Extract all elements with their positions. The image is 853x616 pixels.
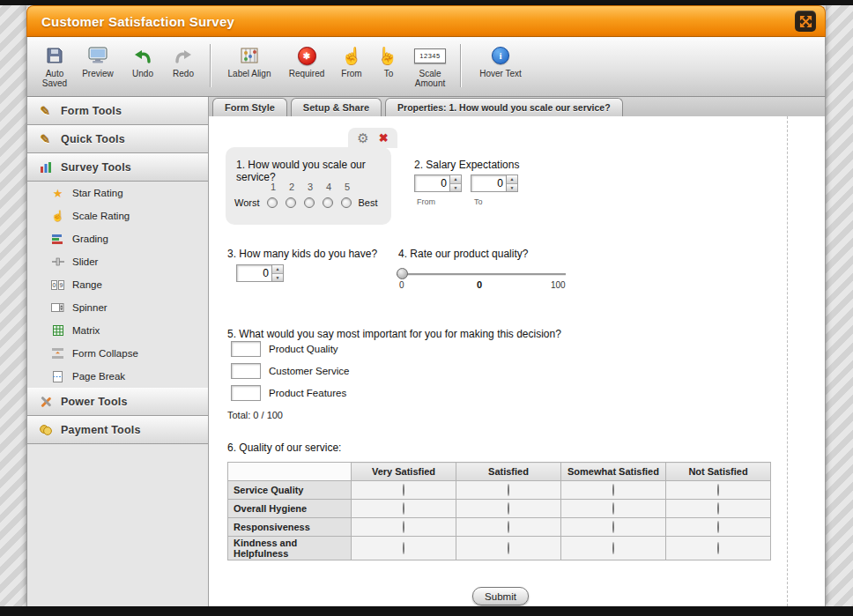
scale-radio-4[interactable] (323, 197, 333, 208)
spin-down-button[interactable]: ▼ (507, 184, 517, 192)
sidebar-item-page-break[interactable]: Page Break (27, 365, 208, 388)
undo-arrow-icon (133, 43, 152, 68)
item-label: Page Break (72, 371, 125, 382)
scale-radio-5[interactable] (341, 197, 352, 208)
matrix-cell (666, 518, 771, 537)
submit-button[interactable]: Submit (472, 587, 529, 605)
sidebar-item-form-collapse[interactable]: Form Collapse (27, 342, 208, 365)
matrix-radio[interactable] (403, 484, 404, 496)
scale-amount-button[interactable]: 12345 Scale Amount (409, 37, 451, 96)
question-1-scale-rating[interactable]: 1. How would you scale our service? 1234… (226, 147, 391, 225)
scale-numbers: 12345 (270, 182, 351, 192)
matrix-cell (456, 500, 561, 518)
spin-down-button[interactable]: ▼ (450, 184, 461, 192)
sidebar-item-matrix[interactable]: Matrix (27, 319, 208, 342)
tab-form-style[interactable]: Form Style (212, 98, 287, 116)
sidebar-section-power-tools[interactable]: Power Tools (27, 388, 208, 416)
crossed-tools-icon (38, 396, 53, 408)
sidebar-item-scale-rating[interactable]: ☝ Scale Rating (27, 204, 208, 227)
required-label: Required (289, 69, 325, 78)
matrix-radio[interactable] (612, 521, 614, 533)
sidebar-item-slider[interactable]: Slider (27, 250, 208, 273)
slider-value-label: 0 (477, 279, 482, 290)
matrix-column-header: Not Satisfied (666, 463, 771, 481)
sidebar-item-spinner[interactable]: Spinner (27, 296, 208, 319)
matrix-radio[interactable] (717, 484, 719, 496)
label-align-button[interactable]: Label Align (220, 37, 278, 96)
salary-to-input[interactable] (471, 174, 506, 192)
salary-from-input[interactable] (414, 174, 449, 192)
scale-radio-1[interactable] (267, 197, 278, 208)
item-label: Star Rating (72, 188, 123, 198)
sidebar-item-range[interactable]: 09 Range (27, 273, 208, 296)
matrix-radio[interactable] (612, 542, 614, 554)
to-caption: To (474, 197, 483, 206)
red-x-icon[interactable]: ✖ (379, 132, 389, 144)
sidebar-item-star-rating[interactable]: ★ Star Rating (27, 182, 208, 204)
required-button[interactable]: ✱ Required (284, 37, 330, 96)
matrix-radio[interactable] (508, 521, 509, 533)
total-label: Total: 0 / 100 (227, 410, 283, 420)
label-align-label: Label Align (228, 69, 271, 78)
auto-saved-button[interactable]: Auto Saved (39, 37, 70, 96)
matrix-row-header: Service Quality (228, 481, 352, 500)
sidebar-section-form-tools[interactable]: ✎ Form Tools (27, 97, 208, 125)
section-label: Survey Tools (61, 161, 131, 174)
scale-radio-row: Worst Best (234, 197, 378, 208)
tab-properties[interactable]: Properties: 1. How would you scale our s… (385, 98, 623, 116)
scale-radio-2[interactable] (286, 197, 296, 208)
matrix-radio[interactable] (717, 521, 719, 533)
matrix-radio[interactable] (508, 484, 509, 496)
customer-service-input[interactable] (231, 363, 261, 379)
salary-from-spinner: ▲ ▼ (414, 174, 462, 192)
tab-setup-share[interactable]: Setup & Share (291, 98, 382, 116)
matrix-cell (352, 537, 456, 560)
spin-down-button[interactable]: ▼ (272, 274, 283, 282)
product-quality-input[interactable] (231, 341, 261, 357)
product-features-input[interactable] (231, 385, 261, 401)
red-asterisk-badge-icon: ✱ (298, 43, 316, 68)
undo-button[interactable]: Undo (125, 37, 160, 96)
slider-knob[interactable] (397, 268, 408, 279)
matrix-row: Service Quality (228, 481, 771, 500)
gear-icon[interactable]: ⚙ (357, 131, 368, 145)
spin-up-button[interactable]: ▲ (450, 175, 461, 184)
matrix-radio[interactable] (403, 542, 404, 554)
asterisk-glyph: ✱ (303, 51, 310, 61)
bar-chart-icon (38, 161, 53, 174)
to-button[interactable]: ☝ To (374, 37, 404, 96)
matrix-radio[interactable] (403, 502, 404, 515)
question-3-label: 3. How many kids do you have? (227, 248, 377, 260)
matrix-radio[interactable] (717, 542, 719, 554)
spin-buttons: ▲ ▼ (506, 174, 518, 192)
item-label: Scale Rating (72, 211, 130, 221)
matrix-radio[interactable] (612, 484, 614, 496)
from-button[interactable]: ☝ From (335, 37, 368, 96)
matrix-radio[interactable] (403, 521, 404, 533)
main-panel: Form Style Setup & Share Properties: 1. … (209, 97, 826, 606)
slider-track[interactable] (397, 273, 566, 276)
scale-radio-3[interactable] (304, 197, 315, 208)
spin-up-button[interactable]: ▲ (507, 175, 517, 184)
collapse-icon (51, 348, 64, 359)
grading-bars-icon (51, 234, 64, 245)
matrix-radio[interactable] (612, 502, 614, 515)
expand-arrows-icon[interactable] (795, 11, 816, 32)
from-label: From (341, 69, 361, 78)
matrix-table: Very Satisfied Satisfied Somewhat Satisf… (227, 462, 771, 560)
toolbar-separator (210, 44, 211, 87)
matrix-header-row: Very Satisfied Satisfied Somewhat Satisf… (228, 463, 771, 481)
matrix-radio[interactable] (717, 502, 719, 515)
matrix-radio[interactable] (508, 542, 509, 554)
hover-text-button[interactable]: i Hover Text (471, 37, 530, 96)
question-5-label: 5. What would you say most important for… (227, 328, 561, 340)
redo-button[interactable]: Redo (166, 37, 201, 96)
sidebar-section-quick-tools[interactable]: ✎ Quick Tools (27, 125, 208, 153)
spin-up-button[interactable]: ▲ (272, 265, 283, 274)
matrix-radio[interactable] (508, 502, 509, 515)
sidebar-section-survey-tools[interactable]: Survey Tools (27, 153, 208, 182)
preview-button[interactable]: Preview (76, 37, 120, 96)
sidebar-item-grading[interactable]: Grading (27, 227, 208, 250)
sidebar-section-payment-tools[interactable]: Payment Tools (27, 416, 208, 444)
kids-input[interactable] (236, 264, 271, 282)
